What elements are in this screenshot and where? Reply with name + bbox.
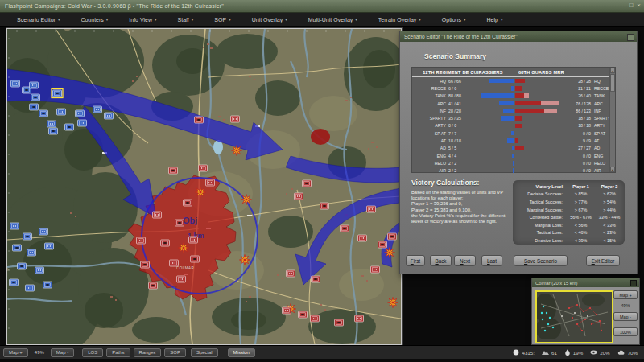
menu-item-options[interactable]: Options▾ <box>431 17 477 23</box>
minimap-view[interactable] <box>535 290 613 343</box>
menu-item-help[interactable]: Help▾ <box>476 17 513 23</box>
minimap-100--button[interactable]: 100% <box>613 327 638 336</box>
scrollbar-thumb[interactable] <box>610 74 615 92</box>
blue-unit-counter[interactable] <box>11 80 20 87</box>
blue-unit-counter[interactable] <box>27 249 36 256</box>
menu-item-multi-unit-overlay[interactable]: Multi-Unit Overlay▾ <box>298 17 368 23</box>
blue-unit-counter[interactable] <box>43 282 52 288</box>
map-viewport[interactable]: Obj 1 km COLMAR <box>6 28 402 345</box>
red-unit-counter[interactable] <box>149 282 158 289</box>
red-unit-counter[interactable] <box>295 193 303 200</box>
minimap-map--button[interactable]: Map - <box>613 312 638 321</box>
scroll-up-icon[interactable]: ▲ <box>610 68 615 73</box>
back-button[interactable]: Back <box>430 255 452 266</box>
blue-unit-counter[interactable] <box>30 104 39 110</box>
red-unit-counter[interactable] <box>161 240 170 246</box>
blue-unit-counter[interactable] <box>49 128 58 134</box>
objective-marker[interactable] <box>388 298 398 308</box>
objective-marker[interactable] <box>179 243 189 253</box>
last-button[interactable]: Last <box>481 255 502 266</box>
menu-item-unit-overlay[interactable]: Unit Overlay▾ <box>242 17 298 23</box>
close-icon[interactable]: × <box>637 2 641 10</box>
red-unit-counter[interactable] <box>287 270 295 277</box>
menu-item-terrain-overlay[interactable]: Terrain Overlay▾ <box>368 17 431 23</box>
objective-marker[interactable] <box>385 248 395 258</box>
objective-marker[interactable] <box>242 195 252 205</box>
objective-marker[interactable] <box>232 146 242 156</box>
blue-unit-counter[interactable] <box>47 121 56 127</box>
toolbar-sop-button[interactable]: SOP <box>164 348 186 357</box>
exit-editor-button[interactable]: Exit Editor <box>586 255 620 266</box>
red-unit-counter[interactable] <box>206 179 215 186</box>
toolbar-ranges-button[interactable]: Ranges <box>134 348 162 357</box>
menu-item-scenario-editor[interactable]: Scenario Editor▾ <box>6 17 70 23</box>
red-unit-counter[interactable] <box>137 237 146 244</box>
blue-unit-counter[interactable] <box>93 106 102 113</box>
red-unit-counter[interactable] <box>320 203 329 209</box>
save-scenario-button[interactable]: Save Scenario <box>514 255 568 266</box>
red-unit-counter[interactable] <box>169 167 178 174</box>
red-unit-counter[interactable] <box>153 212 162 218</box>
red-unit-counter[interactable] <box>312 276 320 282</box>
blue-unit-counter[interactable] <box>39 228 48 235</box>
red-unit-counter[interactable] <box>195 117 204 123</box>
menu-item-sop[interactable]: SOP▾ <box>204 17 241 23</box>
red-unit-counter[interactable] <box>191 256 200 262</box>
red-unit-counter[interactable] <box>184 200 192 206</box>
blue-unit-counter[interactable] <box>57 109 66 115</box>
red-unit-counter[interactable] <box>311 315 320 322</box>
blue-unit-counter[interactable] <box>23 233 32 240</box>
minimap-title-bar[interactable]: Colmar (20 x 15 km) <box>532 278 639 287</box>
red-unit-counter[interactable] <box>335 319 344 326</box>
blue-unit-counter[interactable] <box>26 285 35 291</box>
red-unit-counter[interactable] <box>303 180 312 187</box>
minimap-map--button[interactable]: Map + <box>613 290 638 299</box>
red-unit-counter[interactable] <box>177 276 186 282</box>
objective-marker[interactable] <box>196 187 206 198</box>
red-unit-counter[interactable] <box>175 220 184 226</box>
red-unit-counter[interactable] <box>141 261 150 268</box>
scroll-down-icon[interactable]: ▼ <box>610 167 615 172</box>
red-unit-counter[interactable] <box>199 165 208 171</box>
blue-unit-counter[interactable] <box>30 82 39 88</box>
dialog-title-bar[interactable]: Scenario Editor "The Ride of the 12th Cu… <box>400 31 637 42</box>
blue-unit-counter[interactable] <box>31 94 40 101</box>
summary-scrollbar[interactable]: ▲ ▼ <box>609 68 615 172</box>
next-button[interactable]: Next <box>454 255 476 266</box>
red-unit-counter[interactable] <box>341 225 349 232</box>
red-unit-counter[interactable] <box>388 233 397 240</box>
menu-item-staff[interactable]: Staff▾ <box>167 17 204 23</box>
toolbar-mission-button[interactable]: Mission <box>228 348 255 357</box>
blue-unit-counter[interactable] <box>18 263 27 269</box>
toolbar-los-button[interactable]: LOS <box>82 348 103 357</box>
red-unit-counter[interactable] <box>355 315 364 322</box>
red-unit-counter[interactable] <box>358 235 367 241</box>
blue-unit-counter[interactable] <box>76 110 85 117</box>
first-button[interactable]: First <box>406 255 425 266</box>
menu-item-info-view[interactable]: Info View▾ <box>118 17 167 23</box>
red-unit-counter[interactable] <box>189 237 198 243</box>
toolbar-map--button[interactable]: Map - <box>51 348 74 357</box>
blue-unit-counter[interactable] <box>10 279 19 286</box>
blue-unit-counter[interactable] <box>13 245 22 251</box>
minimize-icon[interactable]: – <box>621 2 625 10</box>
red-unit-counter[interactable] <box>367 206 376 212</box>
blue-unit-counter[interactable] <box>65 124 74 130</box>
red-unit-counter[interactable] <box>378 241 387 248</box>
blue-unit-counter[interactable] <box>105 113 114 119</box>
red-unit-counter[interactable] <box>170 260 179 266</box>
blue-unit-counter[interactable] <box>45 243 54 249</box>
blue-unit-counter[interactable] <box>10 223 19 229</box>
selected-unit-counter[interactable] <box>52 89 63 98</box>
toolbar-map--button[interactable]: Map + <box>3 348 28 357</box>
toolbar-paths-button[interactable]: Paths <box>106 348 130 357</box>
menu-item-counters[interactable]: Counters▾ <box>70 17 118 23</box>
blue-unit-counter[interactable] <box>35 267 44 274</box>
tactical-map[interactable]: Obj 1 km COLMAR <box>7 29 401 344</box>
red-unit-counter[interactable] <box>283 307 291 314</box>
red-unit-counter[interactable] <box>371 266 380 273</box>
objective-marker[interactable] <box>240 255 250 265</box>
red-unit-counter[interactable] <box>231 116 240 122</box>
blue-unit-counter[interactable] <box>39 110 48 117</box>
toolbar-special-button[interactable]: Special <box>191 348 218 357</box>
